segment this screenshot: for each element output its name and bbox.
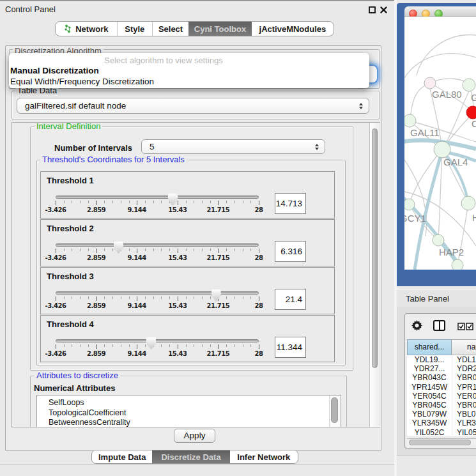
threshold-slider-track[interactable] <box>56 291 259 295</box>
number-of-intervals-label: Number of Intervals <box>54 143 132 153</box>
gear-icon[interactable] <box>411 320 422 331</box>
network-window-titlebar <box>404 6 476 17</box>
tab-network[interactable]: Network <box>56 22 117 36</box>
combo-arrows-icon <box>315 144 319 150</box>
node-label: GAL80 <box>432 89 462 100</box>
table-panel-header: Table Panel <box>397 289 476 307</box>
attribute-list-item[interactable]: TopologicalCoefficient <box>37 408 341 418</box>
table-row[interactable]: YLR345WYLR345W <box>407 418 476 427</box>
threshold-label: Threshold 1 <box>47 176 94 185</box>
threshold-panel-4: Threshold 4-3.4262.8599.14415.4321.71528… <box>40 315 335 362</box>
tab-infer-network[interactable]: Infer Network <box>230 450 298 463</box>
threshold-label: Threshold 3 <box>47 272 94 281</box>
interval-definition-title: Interval Definition <box>35 122 102 131</box>
control-panel-window: Control Panel NetworkStyleSelectCyni Too… <box>0 0 394 465</box>
threshold-value-field[interactable]: 14.713 <box>275 193 306 214</box>
dropdown-option-manual[interactable]: Manual Discretization <box>10 66 99 75</box>
network-node-gcy1[interactable] <box>404 199 415 210</box>
threshold-slider-track[interactable] <box>56 339 259 342</box>
node-label: GAL4 <box>443 157 468 167</box>
threshold-panel-3: Threshold 3-3.4262.8599.14415.4321.71528… <box>40 267 335 314</box>
tab-style[interactable]: Style <box>117 22 152 36</box>
table-row[interactable]: YIL052CYIL052C <box>407 428 476 436</box>
node-label: H <box>472 212 476 223</box>
top-tab-bar: NetworkStyleSelectCyni ToolboxjActiveMNo… <box>55 21 334 36</box>
tab-cyni-toolbox[interactable]: Cyni Toolbox <box>188 22 252 36</box>
node-label: GAL11 <box>410 127 440 138</box>
window-title: Control Panel <box>5 4 56 14</box>
network-node-c[interactable] <box>466 106 476 119</box>
threshold-panel-1: Threshold 1-3.4262.8599.14415.4321.71528… <box>40 171 335 219</box>
dropdown-option-equal-width[interactable]: Equal Width/Frequency Discretization <box>10 77 154 86</box>
network-canvas[interactable]: GAL80GACGAL11GAL4GCY1HHAP2 <box>404 17 476 270</box>
slider-ticks <box>56 344 259 349</box>
table-row[interactable]: YBL079WYBL079W <box>407 410 476 418</box>
numerical-attributes-list[interactable]: SelfLoopsTopologicalCoefficientBetweenne… <box>36 395 341 427</box>
node-label: GCY1 <box>404 213 426 224</box>
node-label: GA <box>471 92 476 103</box>
threshold-slider-track[interactable] <box>56 196 259 199</box>
apply-button[interactable]: Apply <box>174 429 215 443</box>
tab-discretize-data[interactable]: Discretize Data <box>152 450 229 463</box>
slider-tick-labels: -3.4262.8599.14415.4321.71528 <box>56 350 259 357</box>
table-row[interactable]: YBR043CYBR043C <box>407 373 476 382</box>
table-panel-title: Table Panel <box>406 294 449 303</box>
node-table-rows: YDL19...YDL19...YDR27...YDR27...YBR043CY… <box>407 355 476 436</box>
node-label: HAP2 <box>439 247 464 257</box>
attribute-list-item[interactable]: SelfLoops <box>37 398 341 408</box>
tab-jactivemnodules[interactable]: jActiveMNodules <box>252 22 334 36</box>
threshold-value-field[interactable]: 6.316 <box>275 241 306 262</box>
slider-ticks <box>56 249 259 254</box>
threshold-slider-track[interactable] <box>56 243 259 247</box>
network-icon <box>64 24 72 33</box>
attributes-group-title: Attributes to discretize <box>35 371 120 380</box>
threshold-label: Threshold 2 <box>47 224 94 233</box>
float-window-icon[interactable] <box>369 6 376 13</box>
threshold-panel-2: Threshold 2-3.4262.8599.14415.4321.71528… <box>40 219 335 266</box>
combo-arrows-icon <box>359 103 363 109</box>
settings-scrollbar-thumb[interactable] <box>372 128 378 368</box>
network-node-ga[interactable] <box>463 79 475 91</box>
attribute-list-item[interactable]: BetweennessCentrality <box>37 418 341 427</box>
number-of-intervals-combobox[interactable]: 5 <box>141 139 325 154</box>
close-icon[interactable] <box>380 6 387 13</box>
column-header-shared-name[interactable]: shared... <box>407 339 452 355</box>
threshold-label: Threshold 4 <box>47 319 94 329</box>
slider-tick-labels: -3.4262.8599.14415.4321.71528 <box>56 206 259 213</box>
column-divider <box>452 355 452 435</box>
split-table-icon[interactable] <box>433 320 445 331</box>
table-row[interactable]: YDR27...YDR27... <box>407 364 476 373</box>
bottom-tab-bar: Impute DataDiscretize DataInfer Network <box>91 450 298 464</box>
settings-scroll-area: Interval Definition Number of Intervals … <box>12 122 380 427</box>
column-header-name[interactable]: name <box>452 339 476 355</box>
table-data-combobox[interactable]: galFiltered.sif default node <box>17 98 369 114</box>
slider-ticks <box>56 296 259 302</box>
checkbox-icons[interactable] <box>457 323 473 330</box>
slider-tick-labels: -3.4262.8599.14415.4321.71528 <box>56 302 259 309</box>
table-row[interactable]: YER054CYER054C <box>407 392 476 401</box>
thresholds-group-title: Threshold's Coordinates for 5 Intervals <box>40 155 187 164</box>
threshold-value-field[interactable]: 11.344 <box>275 337 306 358</box>
network-node[interactable] <box>452 259 463 270</box>
slider-tick-labels: -3.4262.8599.14415.4321.71528 <box>56 254 259 261</box>
table-row[interactable]: YBR045CYBR045C <box>407 401 476 410</box>
network-node-hap2[interactable] <box>433 234 444 246</box>
network-node-gal4[interactable] <box>434 141 450 158</box>
table-row[interactable]: YPR145WYPR145W <box>407 383 476 392</box>
table-row[interactable]: YDL19...YDL19... <box>407 355 476 364</box>
threshold-value-field[interactable]: 21.4 <box>275 289 306 310</box>
tab-impute-data[interactable]: Impute Data <box>92 450 152 463</box>
network-node-gal80[interactable] <box>424 77 436 89</box>
algorithm-dropdown-popup: Select algorithm to view settings Manual… <box>9 53 369 88</box>
tab-select[interactable]: Select <box>152 22 188 36</box>
table-hscrollbar-thumb[interactable] <box>409 440 471 445</box>
table-data-value: galFiltered.sif default node <box>17 101 126 111</box>
network-node-gal11[interactable] <box>404 114 416 127</box>
dropdown-prompt[interactable]: Select algorithm to view settings <box>104 56 223 65</box>
numerical-attributes-label: Numerical Attributes <box>34 383 115 393</box>
slider-ticks <box>56 201 259 206</box>
attributes-scrollbar-thumb[interactable] <box>331 397 338 423</box>
node-label: C <box>472 118 476 129</box>
network-node-h[interactable] <box>461 196 475 210</box>
number-of-intervals-value: 5 <box>142 142 155 151</box>
